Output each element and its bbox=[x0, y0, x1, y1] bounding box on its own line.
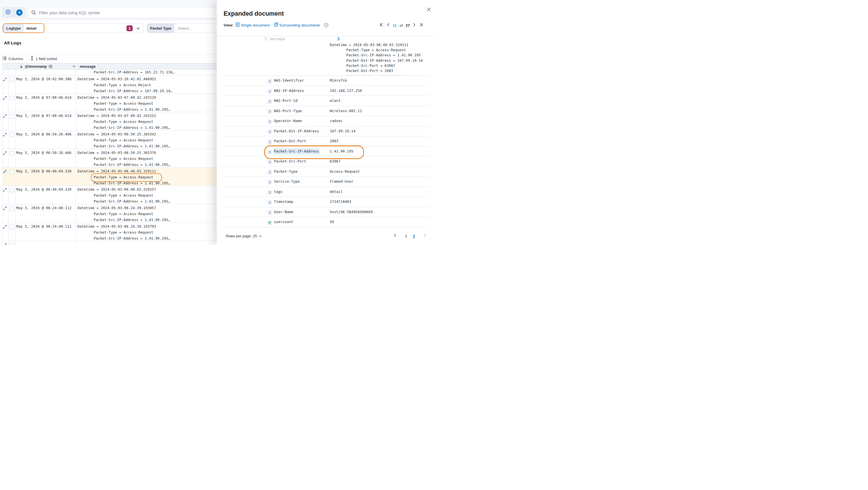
grid-header-row: @timestamp message bbox=[2, 63, 225, 69]
row-checkbox[interactable] bbox=[10, 225, 14, 229]
expand-document-icon[interactable] bbox=[3, 77, 7, 82]
kql-search-input[interactable]: Filter your data using KQL syntax bbox=[28, 7, 227, 18]
add-filter-button[interactable]: + bbox=[14, 7, 25, 18]
field-row-NAS-Identifier[interactable]: t NAS-Identifier MikroTik bbox=[221, 76, 429, 86]
field-name: Service-Type bbox=[274, 179, 300, 184]
filter-circle-icon bbox=[5, 9, 11, 16]
packet-type-select[interactable]: Select... bbox=[178, 26, 192, 30]
log-table-row[interactable]: May 3, 2024 @ 06:40:04.320 Datetime = 20… bbox=[2, 186, 225, 204]
field-value: 2083 bbox=[330, 139, 338, 143]
chevron-down-icon[interactable] bbox=[136, 27, 140, 32]
row-checkbox[interactable] bbox=[10, 77, 14, 82]
next-page-icon[interactable] bbox=[413, 23, 416, 28]
saved-query-menu-button[interactable] bbox=[2, 7, 14, 18]
row-checkbox[interactable] bbox=[10, 133, 14, 137]
prev-page-icon[interactable] bbox=[386, 23, 390, 28]
flyout-footer: Rows per page: 25 12 bbox=[217, 230, 434, 245]
field-row-NAS-Port-Type[interactable]: t NAS-Port-Type Wireless-802.11 bbox=[221, 106, 429, 117]
text-field-type-icon: t bbox=[268, 109, 272, 114]
row-checkbox[interactable] bbox=[10, 96, 14, 100]
field-value: 167.99.19.14 bbox=[330, 129, 355, 133]
row-checkbox[interactable] bbox=[10, 206, 14, 211]
field-row-Packet-Src-IP-Address[interactable]: t Packet-Src-IP-Address 1.41.90.195 bbox=[221, 146, 429, 157]
documents-icon bbox=[274, 23, 278, 28]
message-line: Packet-Type = Access-Request bbox=[94, 120, 153, 124]
log-row-partial[interactable] bbox=[2, 241, 225, 245]
timestamp-column-header[interactable]: @timestamp bbox=[18, 63, 78, 69]
log-table-row[interactable]: May 3, 2024 @ 06:40:04.320 Datetime = 20… bbox=[2, 168, 225, 186]
field-row-NAS-IP-Address[interactable]: t NAS-IP-Address 192.168.137.250 bbox=[221, 86, 429, 96]
prev-page-icon[interactable] bbox=[393, 233, 396, 238]
expand-document-icon[interactable] bbox=[3, 151, 7, 156]
surrounding-documents-link[interactable]: Surrounding documents bbox=[274, 23, 320, 28]
single-document-link[interactable]: Single document bbox=[236, 23, 270, 28]
log-table-row[interactable]: May 3, 2024 @ 06:24:40.111 Datetime = 20… bbox=[2, 223, 225, 241]
expand-document-icon[interactable] bbox=[3, 96, 7, 100]
field-row-usercount[interactable]: # usercount 50 bbox=[221, 217, 429, 227]
expand-document-icon[interactable] bbox=[3, 225, 7, 229]
message-line: Packet-Type = Access-Request bbox=[94, 230, 153, 234]
sort-button-label: 1 field sorted bbox=[36, 57, 57, 61]
rows-per-page-label: Rows per page: 25 bbox=[226, 234, 257, 238]
close-icon[interactable] bbox=[427, 7, 431, 12]
grid-toolbar: Columns 1 field sorted bbox=[2, 55, 57, 62]
message-line: Packet-Src-IP-Address = 1.41.90.195… bbox=[94, 236, 170, 240]
help-icon[interactable]: ? bbox=[324, 23, 328, 27]
field-row-Operator-Name[interactable]: t Operator-Name radsec bbox=[221, 116, 429, 126]
field-row-Timestamp[interactable]: t Timestamp 1714718403 bbox=[221, 197, 429, 207]
columns-button-label: Columns bbox=[8, 57, 23, 61]
field-row-message: t message Datetime = 2024-05-03-06.40.03… bbox=[221, 36, 429, 76]
row-checkbox[interactable] bbox=[10, 170, 14, 174]
sort-fields-button[interactable]: 1 field sorted bbox=[30, 56, 57, 61]
field-row-Packet-Type[interactable]: t Packet-Type Access-Request bbox=[221, 167, 429, 177]
field-row-NAS-Port-Id[interactable]: t NAS-Port-Id wlan1 bbox=[221, 96, 429, 106]
message-column-header[interactable]: message bbox=[78, 63, 96, 69]
expand-document-icon[interactable] bbox=[3, 206, 7, 211]
log-row-partial[interactable]: Packet-Src-IP-Address = 165.22.71.138… bbox=[2, 69, 225, 75]
search-placeholder: Filter your data using KQL syntax bbox=[39, 10, 100, 15]
row-checkbox[interactable] bbox=[10, 151, 14, 156]
log-table-row[interactable]: May 3, 2024 @ 07:00:46.614 Datetime = 20… bbox=[2, 94, 225, 112]
field-row-tags[interactable]: t tags detail bbox=[221, 187, 429, 197]
logtype-filter-value[interactable]: detail bbox=[24, 24, 44, 32]
row-timestamp: May 3, 2024 @ 20:42:08.388 bbox=[16, 77, 71, 81]
expand-document-icon[interactable] bbox=[3, 243, 7, 245]
column-menu-chevron-icon[interactable] bbox=[72, 65, 76, 68]
message-value-line: Packet-Src-Port = 63067 bbox=[346, 63, 395, 68]
message-line: Packet-Type = Access-Request bbox=[94, 193, 153, 197]
row-checkbox[interactable] bbox=[10, 243, 14, 245]
field-row-Packet-Dst-IP-Address[interactable]: t Packet-Dst-IP-Address 167.99.19.14 bbox=[221, 126, 429, 137]
columns-button[interactable]: Columns bbox=[2, 56, 23, 61]
field-row-Service-Type[interactable]: t Service-Type Framed-User bbox=[221, 177, 429, 187]
last-page-icon[interactable] bbox=[419, 23, 423, 28]
page-number-1[interactable]: 1 bbox=[405, 234, 407, 238]
expand-document-icon[interactable] bbox=[3, 114, 7, 119]
log-table-row[interactable]: May 3, 2024 @ 06:50:26.466 Datetime = 20… bbox=[2, 131, 225, 149]
field-row-Packet-Dst-Port[interactable]: t Packet-Dst-Port 2083 bbox=[221, 136, 429, 146]
expand-document-icon[interactable] bbox=[3, 188, 7, 192]
log-table-row[interactable]: May 3, 2024 @ 07:00:46.614 Datetime = 20… bbox=[2, 112, 225, 131]
field-row-User-Name[interactable]: t User-Name host/GK-5B48565606E0 bbox=[221, 207, 429, 218]
message-line: Packet-Type = Access-Request bbox=[94, 101, 153, 105]
collapse-value-chevron-icon[interactable] bbox=[337, 37, 340, 42]
next-page-icon[interactable] bbox=[424, 233, 427, 238]
text-field-type-icon: t bbox=[268, 140, 272, 144]
minimize-document-icon[interactable] bbox=[3, 170, 7, 174]
row-checkbox[interactable] bbox=[10, 188, 14, 192]
expand-document-icon[interactable] bbox=[3, 133, 7, 137]
first-page-icon[interactable] bbox=[380, 23, 383, 28]
rows-per-page-button[interactable]: Rows per page: 25 bbox=[226, 234, 262, 238]
log-table-row[interactable]: May 3, 2024 @ 06:24:40.112 Datetime = 20… bbox=[2, 204, 225, 223]
active-filter-count-badge: 1 bbox=[126, 25, 133, 31]
message-line: Datetime = 2024-05-03-20.42.02.486952 bbox=[78, 77, 156, 81]
message-column-label: message bbox=[80, 64, 96, 69]
log-table-row[interactable]: May 3, 2024 @ 20:42:08.388 Datetime = 20… bbox=[2, 75, 225, 94]
page-number-2[interactable]: 2 bbox=[413, 234, 415, 238]
field-value: wlan1 bbox=[330, 98, 341, 103]
field-table-pagination: 12 bbox=[393, 233, 427, 238]
field-value: 63067 bbox=[330, 159, 341, 163]
message-line: Packet-Type = Access-Request bbox=[94, 212, 153, 216]
row-timestamp: May 3, 2024 @ 07:00:46.614 bbox=[16, 95, 71, 100]
row-checkbox[interactable] bbox=[10, 114, 14, 119]
log-table-row[interactable]: May 3, 2024 @ 06:50:26.466 Datetime = 20… bbox=[2, 149, 225, 168]
